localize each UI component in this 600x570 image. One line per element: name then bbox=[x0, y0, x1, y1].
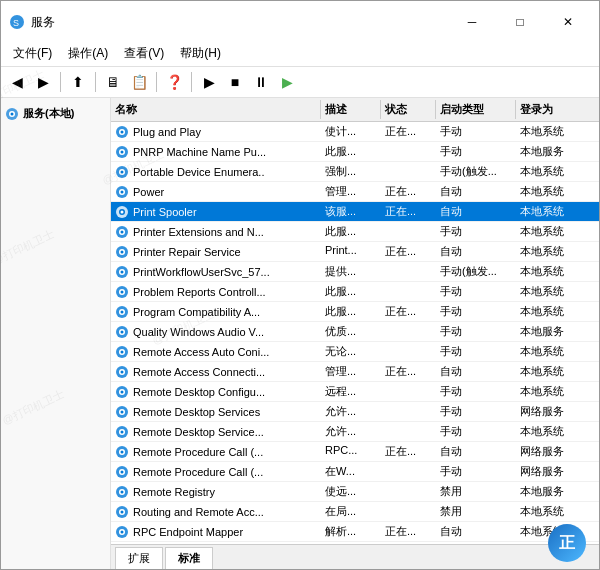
table-row[interactable]: Quality Windows Audio V...优质...手动本地服务 bbox=[111, 322, 599, 342]
menu-item-v[interactable]: 查看(V) bbox=[116, 43, 172, 64]
service-startup-cell: 禁用 bbox=[436, 482, 516, 501]
tab-standard[interactable]: 标准 bbox=[165, 547, 213, 569]
service-startup-cell: 手动 bbox=[436, 422, 516, 441]
table-row[interactable]: Remote Access Auto Coni...无论...手动本地系统 bbox=[111, 342, 599, 362]
col-startup[interactable]: 启动类型 bbox=[436, 100, 516, 119]
properties-button[interactable]: 📋 bbox=[127, 70, 151, 94]
stop-service-button[interactable]: ■ bbox=[223, 70, 247, 94]
table-row[interactable]: Power管理...正在...自动本地系统 bbox=[111, 182, 599, 202]
forward-button[interactable]: ▶ bbox=[31, 70, 55, 94]
service-startup-cell: 手动 bbox=[436, 142, 516, 161]
col-desc[interactable]: 描述 bbox=[321, 100, 381, 119]
title-controls: ─ □ ✕ bbox=[449, 7, 591, 37]
table-row[interactable]: Remote Registry使远...禁用本地服务 bbox=[111, 482, 599, 502]
service-name-cell: PrintWorkflowUserSvc_57... bbox=[111, 262, 321, 281]
service-icon bbox=[115, 465, 129, 479]
close-button[interactable]: ✕ bbox=[545, 7, 591, 37]
table-row[interactable]: PrintWorkflowUserSvc_57...提供...手动(触发...本… bbox=[111, 262, 599, 282]
service-name-cell: Remote Procedure Call (... bbox=[111, 442, 321, 461]
service-startup-cell: 手动 bbox=[436, 382, 516, 401]
svg-point-16 bbox=[121, 190, 124, 193]
title-bar: S 服务 ─ □ ✕ bbox=[1, 1, 599, 41]
col-name[interactable]: 名称 bbox=[111, 100, 321, 119]
service-icon bbox=[115, 285, 129, 299]
start-service-button[interactable]: ▶ bbox=[197, 70, 221, 94]
table-row[interactable]: Printer Repair ServicePrint...正在...自动本地系… bbox=[111, 242, 599, 262]
service-name-cell: Remote Access Connecti... bbox=[111, 362, 321, 381]
help-button[interactable]: ❓ bbox=[162, 70, 186, 94]
table-row[interactable]: Remote Desktop Services允许...手动网络服务 bbox=[111, 402, 599, 422]
menu-item-a[interactable]: 操作(A) bbox=[60, 43, 116, 64]
service-name-cell: Power bbox=[111, 182, 321, 201]
table-row[interactable]: Routing and Remote Acc...在局...禁用本地系统 bbox=[111, 502, 599, 522]
table-row[interactable]: Printer Extensions and N...此服...手动本地系统 bbox=[111, 222, 599, 242]
service-name-cell: Program Compatibility A... bbox=[111, 302, 321, 321]
service-status-cell bbox=[381, 482, 436, 501]
service-startup-cell: 手动 bbox=[436, 402, 516, 421]
svg-point-49 bbox=[121, 410, 124, 413]
back-button[interactable]: ◀ bbox=[5, 70, 29, 94]
table-row[interactable]: Remote Procedure Call (...在W...手动网络服务 bbox=[111, 462, 599, 482]
show-hide-button[interactable]: 🖥 bbox=[101, 70, 125, 94]
minimize-button[interactable]: ─ bbox=[449, 7, 495, 37]
service-name-text: Remote Procedure Call (... bbox=[133, 446, 263, 458]
menu-item-h[interactable]: 帮助(H) bbox=[172, 43, 229, 64]
service-desc-cell: 远程... bbox=[321, 382, 381, 401]
table-row[interactable]: Program Compatibility A...此服...正在...手动本地… bbox=[111, 302, 599, 322]
svg-point-64 bbox=[121, 510, 124, 513]
svg-point-28 bbox=[121, 270, 124, 273]
resume-service-button[interactable]: ▶ bbox=[275, 70, 299, 94]
table-row[interactable]: Plug and Play使计...正在...手动本地系统 bbox=[111, 122, 599, 142]
service-name-cell: Portable Device Enumera.. bbox=[111, 162, 321, 181]
service-startup-cell: 手动 bbox=[436, 302, 516, 321]
service-name-text: Portable Device Enumera.. bbox=[133, 166, 264, 178]
service-name-text: Power bbox=[133, 186, 164, 198]
service-desc-cell: 允许... bbox=[321, 402, 381, 421]
table-row[interactable]: Remote Desktop Service...允许...手动本地系统 bbox=[111, 422, 599, 442]
col-status[interactable]: 状态 bbox=[381, 100, 436, 119]
title-bar-left: S 服务 bbox=[9, 14, 55, 31]
svg-point-25 bbox=[121, 250, 124, 253]
table-row[interactable]: RPC Endpoint Mapper解析...正在...自动本地系统 bbox=[111, 522, 599, 542]
toolbar-separator-4 bbox=[191, 72, 192, 92]
svg-point-13 bbox=[121, 170, 124, 173]
table-row[interactable]: Portable Device Enumera..强制...手动(触发...本地… bbox=[111, 162, 599, 182]
services-list[interactable]: Plug and Play使计...正在...手动本地系统 PNRP Machi… bbox=[111, 122, 599, 544]
service-desc-cell: RPC... bbox=[321, 442, 381, 461]
service-startup-cell: 自动 bbox=[436, 202, 516, 221]
service-name-text: Remote Registry bbox=[133, 486, 215, 498]
tab-expand[interactable]: 扩展 bbox=[115, 547, 163, 569]
svg-point-58 bbox=[121, 470, 124, 473]
service-name-text: Quality Windows Audio V... bbox=[133, 326, 264, 338]
service-status-cell bbox=[381, 322, 436, 341]
service-startup-cell: 自动 bbox=[436, 362, 516, 381]
table-row[interactable]: PNRP Machine Name Pu...此服...手动本地服务 bbox=[111, 142, 599, 162]
service-name-cell: Remote Registry bbox=[111, 482, 321, 501]
service-name-text: Printer Extensions and N... bbox=[133, 226, 264, 238]
table-row[interactable]: Remote Procedure Call (...RPC...正在...自动网… bbox=[111, 442, 599, 462]
service-name-text: Print Spooler bbox=[133, 206, 197, 218]
table-row[interactable]: Problem Reports Controll...此服...手动本地系统 bbox=[111, 282, 599, 302]
service-status-cell bbox=[381, 222, 436, 241]
col-login[interactable]: 登录为 bbox=[516, 100, 599, 119]
service-icon bbox=[115, 225, 129, 239]
table-row[interactable]: Print Spooler该服...正在...自动本地系统 bbox=[111, 202, 599, 222]
service-startup-cell: 自动 bbox=[436, 522, 516, 541]
service-startup-cell: 自动 bbox=[436, 182, 516, 201]
table-row[interactable]: Remote Access Connecti...管理...正在...自动本地系… bbox=[111, 362, 599, 382]
main-pane: 名称 描述 状态 启动类型 登录为 Plug and Play使计...正在..… bbox=[111, 98, 599, 569]
service-desc-cell: 此服... bbox=[321, 222, 381, 241]
pause-service-button[interactable]: ⏸ bbox=[249, 70, 273, 94]
service-login-cell: 本地系统 bbox=[516, 122, 599, 141]
table-row[interactable]: Remote Desktop Configu...远程...手动本地系统 bbox=[111, 382, 599, 402]
service-name-text: PNRP Machine Name Pu... bbox=[133, 146, 266, 158]
menu-item-f[interactable]: 文件(F) bbox=[5, 43, 60, 64]
up-button[interactable]: ⬆ bbox=[66, 70, 90, 94]
service-status-cell bbox=[381, 502, 436, 521]
logo-area: 正 bbox=[548, 524, 592, 562]
maximize-button[interactable]: □ bbox=[497, 7, 543, 37]
service-status-cell bbox=[381, 462, 436, 481]
service-icon bbox=[115, 525, 129, 539]
service-startup-cell: 手动 bbox=[436, 322, 516, 341]
svg-point-37 bbox=[121, 330, 124, 333]
